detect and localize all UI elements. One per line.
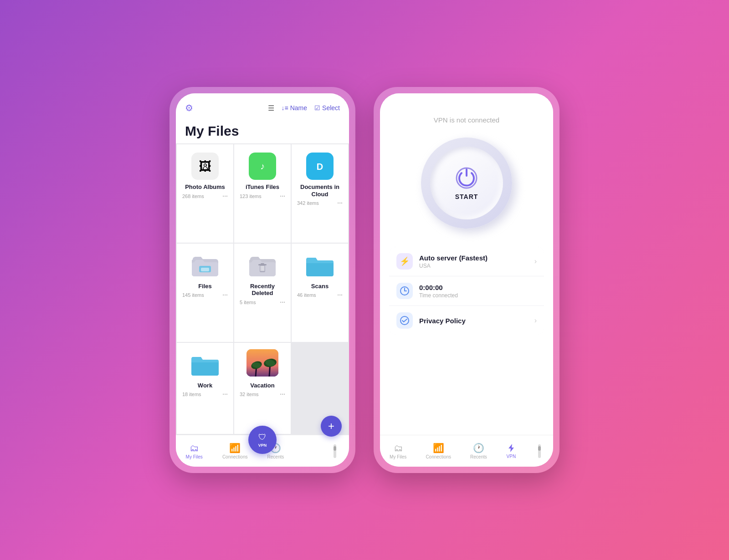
server-title: Auto server (Fastest) <box>419 254 528 262</box>
vacation-thumbnail <box>246 349 278 377</box>
select-button[interactable]: ☑ Select <box>314 104 340 112</box>
files-header: ⚙ ☰ ↓≡ Name ☑ Select <box>176 93 349 122</box>
nav-r-vpn-label: VPN <box>507 454 516 459</box>
vpn-power-ring-inner[interactable]: START <box>430 147 503 219</box>
file-label: Vacation <box>250 382 274 389</box>
file-label: Work <box>198 382 212 389</box>
scans-folder-icon <box>306 253 334 278</box>
server-sub: USA <box>419 263 528 269</box>
svg-text:♪: ♪ <box>260 161 265 171</box>
nav-r-vpn[interactable]: VPN <box>506 443 516 459</box>
nav-my-files[interactable]: 🗂 My Files <box>186 443 203 459</box>
file-label: Documents in Cloud <box>296 183 344 198</box>
vpn-bolt-icon <box>506 443 516 453</box>
file-card-scans[interactable]: Scans 46 items ··· <box>292 244 348 342</box>
vpn-shield-icon: 🛡 <box>258 433 267 442</box>
vpn-fab-button[interactable]: 🛡 VPN <box>248 426 277 454</box>
file-card-itunes[interactable]: ♪ iTunes Files 123 items ··· <box>234 144 291 243</box>
more-button[interactable]: ··· <box>222 391 228 398</box>
privacy-icon <box>396 312 413 329</box>
folder-blue-icon <box>191 253 219 278</box>
timer-icon <box>396 283 413 299</box>
wifi-r-icon: 📶 <box>433 443 444 453</box>
docs-icon: D <box>306 153 334 180</box>
sort-arrow-icon: ↓≡ <box>282 104 288 112</box>
file-card-work[interactable]: Work 18 items ··· <box>177 343 233 434</box>
vpn-server-item[interactable]: ⚡ Auto server (Fastest) USA › <box>389 247 544 276</box>
photo-albums-icon: 🖼 <box>191 153 219 180</box>
nav-connections-label: Connections <box>222 454 248 459</box>
nav-r-recents[interactable]: 🕐 Recents <box>470 443 487 459</box>
nav-connections[interactable]: 📶 Connections <box>222 443 248 459</box>
more-button[interactable]: ··· <box>280 299 285 306</box>
chevron-right-icon: › <box>534 257 537 265</box>
more-button[interactable]: ··· <box>222 291 228 299</box>
select-label: Select <box>322 104 340 112</box>
more-button[interactable]: ··· <box>337 291 343 299</box>
more-button[interactable]: ··· <box>222 193 228 200</box>
svg-rect-5 <box>201 268 209 271</box>
add-fab-button[interactable]: + <box>321 416 342 437</box>
more-button[interactable]: ··· <box>337 199 343 207</box>
check-icon: ☑ <box>314 104 320 112</box>
bottom-navigation: 🗂 My Files 📶 Connections 🕐 Recents 🛡 VPN <box>176 435 349 467</box>
vpn-power-ring-outer: START <box>421 137 512 229</box>
start-label: START <box>455 193 478 200</box>
vpn-screen: VPN is not connected START <box>380 93 553 467</box>
svg-text:D: D <box>317 162 323 172</box>
itunes-icon: ♪ <box>249 153 276 180</box>
file-card-photo-albums[interactable]: 🖼 Photo Albums 268 items ··· <box>177 144 233 243</box>
more-button[interactable]: ··· <box>280 391 285 398</box>
files-screen: ⚙ ☰ ↓≡ Name ☑ Select My Files <box>176 93 349 467</box>
vpn-timer-item: 0:00:00 Time connected <box>389 276 544 306</box>
sort-label: Name <box>290 104 307 112</box>
file-card-files[interactable]: Files 145 items ··· <box>177 244 233 342</box>
gear-icon[interactable]: ⚙ <box>185 102 193 113</box>
svg-rect-28 <box>538 446 541 451</box>
folder-nav-icon: 🗂 <box>190 443 199 453</box>
svg-rect-8 <box>261 263 264 265</box>
power-icon <box>454 166 479 190</box>
vpn-status-text: VPN is not connected <box>434 116 499 124</box>
timer-sub: Time connected <box>419 292 537 299</box>
nav-r-connections[interactable]: 📶 Connections <box>426 443 451 459</box>
nav-r-files-label: My Files <box>390 454 406 459</box>
privacy-title: Privacy Policy <box>419 317 528 325</box>
file-label: Recently Deleted <box>239 283 286 297</box>
scroll-indicator <box>331 444 339 458</box>
folder-r-icon: 🗂 <box>394 443 403 453</box>
file-label: iTunes Files <box>246 183 279 191</box>
nav-r-connections-label: Connections <box>426 454 451 459</box>
nav-recents-label: Recents <box>267 454 284 459</box>
file-label: Scans <box>311 283 329 290</box>
file-label: Photo Albums <box>185 183 225 191</box>
page-title: My Files <box>176 122 349 143</box>
nav-more[interactable] <box>331 444 339 458</box>
nav-my-files-label: My Files <box>186 454 203 459</box>
placeholder-icon: ⊙ <box>303 445 311 456</box>
sort-button[interactable]: ↓≡ Name <box>282 104 308 112</box>
trash-folder-icon <box>248 253 277 278</box>
left-phone: ⚙ ☰ ↓≡ Name ☑ Select My Files <box>169 87 355 473</box>
list-icon[interactable]: ☰ <box>268 104 274 112</box>
file-card-recently-deleted[interactable]: Recently Deleted 5 items ··· <box>234 244 291 342</box>
file-count: 46 items <box>297 292 316 298</box>
right-phone: VPN is not connected START <box>374 87 560 473</box>
file-card-documents[interactable]: D Documents in Cloud 342 items ··· <box>292 144 348 243</box>
server-icon: ⚡ <box>396 253 413 270</box>
file-card-vacation[interactable]: Vacation 32 items ··· <box>234 343 291 434</box>
bottom-navigation-right: 🗂 My Files 📶 Connections 🕐 Recents VPN <box>380 435 553 467</box>
file-label: Files <box>198 283 212 290</box>
nav-r-my-files[interactable]: 🗂 My Files <box>390 443 406 459</box>
vpn-main-content: VPN is not connected START <box>380 93 553 435</box>
file-count: 32 items <box>240 392 259 397</box>
work-folder-icon <box>191 352 219 377</box>
svg-marker-26 <box>508 444 514 452</box>
file-count: 18 items <box>182 392 201 397</box>
nav-r-recents-label: Recents <box>470 454 487 459</box>
vpn-fab-label: VPN <box>258 443 267 448</box>
timer-title: 0:00:00 <box>419 284 537 291</box>
clock-r-icon: 🕐 <box>473 443 484 453</box>
more-button[interactable]: ··· <box>280 193 285 200</box>
vpn-privacy-item[interactable]: Privacy Policy › <box>389 306 544 335</box>
